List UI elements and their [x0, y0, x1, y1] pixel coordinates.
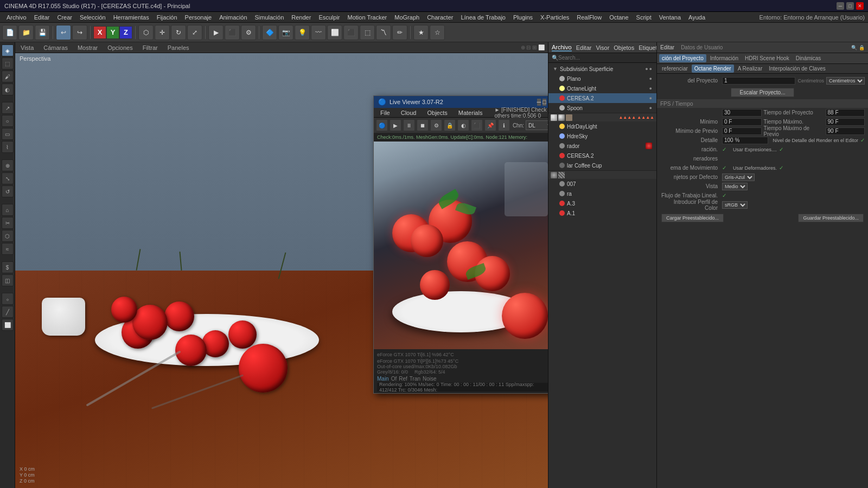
njetos-dropdown[interactable]: Gris-Azul [722, 174, 755, 181]
minimize-button[interactable]: ─ [837, 2, 844, 10]
live-viewer-canvas[interactable] [374, 142, 548, 349]
vis-icon[interactable]: ● [649, 105, 652, 111]
tb-open-btn[interactable]: 📁 [18, 25, 34, 40]
tb-deform-btn[interactable]: ⬜ [327, 25, 342, 40]
menu-crear[interactable]: Crear [54, 13, 75, 22]
menu-script[interactable]: Script [633, 13, 655, 22]
tmaxprev-input[interactable] [826, 127, 865, 135]
vis-icon[interactable]: ● [649, 86, 652, 91]
vis-icon[interactable]: ● [649, 95, 652, 101]
menu-animacion[interactable]: Animación [216, 13, 250, 22]
lv-pause-btn[interactable]: ⏸ [403, 119, 415, 131]
cargar-preset-btn[interactable]: Cargar Preestablecido... [661, 214, 724, 222]
lv-maximize-btn[interactable]: □ [542, 99, 546, 106]
mat-preview-2[interactable] [558, 114, 565, 121]
obj-item-ra[interactable]: ra [548, 189, 656, 198]
tab-informacion[interactable]: Información [707, 54, 741, 62]
tool-rotate[interactable]: ↺ [2, 185, 14, 197]
vp-tab-filtrar[interactable]: Filtrar [141, 43, 160, 52]
obj-item-ceresa2[interactable]: CERESA.2 ● [548, 93, 656, 103]
lv-lock-btn[interactable]: 🔒 [444, 119, 456, 131]
tool-model[interactable]: ◈ [2, 44, 14, 56]
lv-region-btn[interactable]: ⬛ [471, 119, 483, 131]
tb-extra1-btn[interactable]: ★ [413, 25, 429, 40]
obj-item-coffeecup[interactable]: lar Coffee Cup [548, 160, 656, 170]
tb-light-btn[interactable]: 💡 [295, 25, 310, 40]
tb-new-btn[interactable]: 📄 [2, 25, 17, 40]
tb-cam-btn[interactable]: 📷 [278, 25, 293, 40]
unit-dropdown[interactable]: Centimetros [826, 77, 865, 85]
min-input[interactable] [722, 118, 762, 126]
lv-octane-icon[interactable]: 🔵 [376, 119, 388, 131]
detalle-input[interactable] [722, 137, 768, 144]
tb-render-btn[interactable]: ▶ [208, 25, 224, 40]
tb-redo-btn[interactable]: ↪ [72, 25, 87, 40]
tab-cion-proyecto[interactable]: ción del Proyecto [659, 54, 706, 62]
tool-iron[interactable]: ≈ [2, 243, 14, 255]
attr-lock-icon[interactable]: 🔒 [859, 45, 865, 50]
obj-search-input[interactable] [558, 55, 653, 61]
tb-save-btn[interactable]: 💾 [35, 25, 50, 40]
main-viewport[interactable]: Perspectiva [15, 53, 548, 488]
obj-item-ceresa2b[interactable]: CERESA.2 [548, 151, 656, 160]
menu-ventana[interactable]: Ventana [656, 13, 684, 22]
mat-p2[interactable] [558, 172, 565, 178]
obj-item-subdivision[interactable]: ▼ Subdivisión Superficie ● ● [548, 64, 656, 74]
obj-item-a1[interactable]: A.1 [548, 208, 656, 218]
menu-realflow[interactable]: RealFlow [573, 13, 605, 22]
tab-a-realizar[interactable]: A Realizar [735, 65, 765, 73]
tb-spline-btn[interactable]: 〰 [311, 25, 326, 40]
obj-item-hdresky[interactable]: HdreSky [548, 131, 656, 141]
tool-bodypaint[interactable]: ◐ [2, 84, 14, 95]
escalar-btn[interactable]: Escalar Proyecto... [731, 88, 795, 97]
tb-mograph-btn[interactable]: ⬚ [360, 25, 375, 40]
tb-obj-btn[interactable]: 🔷 [262, 25, 277, 40]
menu-plugins[interactable]: Plugins [510, 13, 536, 22]
lv-tab-of[interactable]: Of [391, 376, 397, 382]
lv-tab-tran[interactable]: Tran [410, 376, 420, 382]
obj-item-spoon[interactable]: Spoon ● [548, 103, 656, 113]
menu-character[interactable]: Character [424, 13, 456, 22]
tab-datos[interactable]: Datos de Usuario [681, 44, 723, 50]
menu-xparticles[interactable]: X-Particles [537, 13, 572, 22]
lv-minimize-btn[interactable]: ─ [537, 99, 541, 106]
lv-menu-materials[interactable]: Materials [455, 108, 486, 117]
tiempo-input[interactable] [826, 109, 865, 117]
maximize-button[interactable]: □ [846, 2, 854, 10]
menu-motiontracker[interactable]: Motion Tracker [344, 13, 391, 22]
tab-referenciar[interactable]: referenciar [659, 65, 691, 73]
tb-render-region-btn[interactable]: ⬛ [225, 25, 240, 40]
guardar-preset-btn[interactable]: Guardar Preestablecido... [798, 214, 864, 222]
lv-hdr-btn[interactable]: ◐ [457, 119, 469, 131]
x-axis-btn[interactable]: X [93, 26, 106, 39]
tab-hdri-hook[interactable]: HDRI Scene Hook [742, 54, 792, 62]
tool-uv[interactable]: ◫ [2, 274, 14, 286]
tool-move[interactable]: ⊕ [2, 159, 14, 171]
tb-sketch-btn[interactable]: ✏ [392, 25, 407, 40]
menu-mograph[interactable]: MoGraph [391, 13, 423, 22]
obj-vis-icon[interactable]: ● [645, 66, 648, 72]
obj-item-a3[interactable]: A.3 [548, 198, 656, 208]
tb-scale-btn[interactable]: ⤢ [187, 25, 202, 40]
minprev-input[interactable] [722, 127, 762, 135]
tb-rotate-btn[interactable]: ↻ [171, 25, 186, 40]
vis-icon[interactable]: ● [649, 76, 652, 81]
vp-tab-mostrar[interactable]: Mostrar [75, 43, 100, 52]
fps-input[interactable] [722, 109, 762, 117]
menu-lineadebajo[interactable]: Línea de Trabajo [457, 13, 509, 22]
mat-p[interactable] [551, 172, 557, 178]
tool-arrow[interactable]: ↗ [2, 102, 14, 114]
lv-tab-ref[interactable]: Ref [399, 376, 407, 382]
mat-preview-3[interactable] [566, 114, 572, 121]
obj-item-rador[interactable]: rador [548, 141, 656, 151]
menu-ayuda[interactable]: Ayuda [685, 13, 709, 22]
color-dropdown[interactable]: sRGB [722, 201, 748, 209]
tb-hair-btn[interactable]: 〽 [376, 25, 391, 40]
vp-tab-camaras[interactable]: Cámaras [41, 43, 70, 52]
obj-item-plano[interactable]: Plano ● [548, 74, 656, 84]
menu-editar[interactable]: Editar [31, 13, 53, 22]
tab-dinamicas[interactable]: Dinámicas [793, 54, 824, 62]
lv-tab-noise[interactable]: Noise [423, 376, 437, 382]
tool-material[interactable]: $ [2, 261, 14, 273]
tb-undo-btn[interactable]: ↩ [56, 25, 71, 40]
